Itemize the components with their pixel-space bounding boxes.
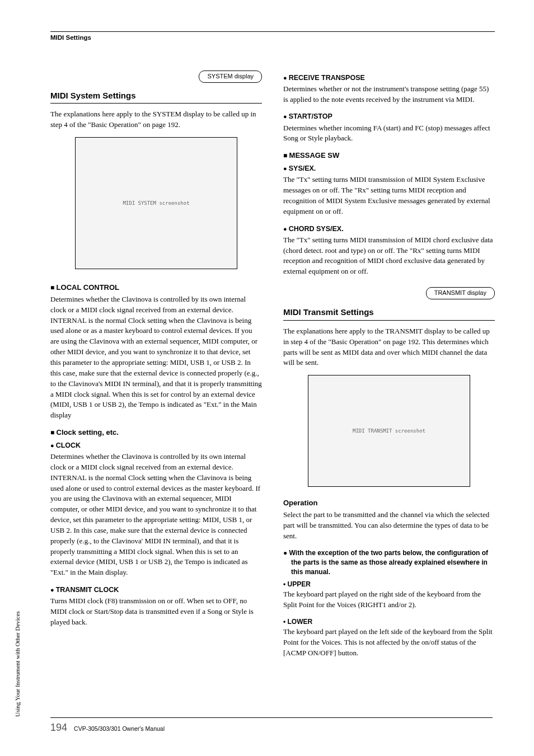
local-control-heading: LOCAL CONTROL xyxy=(50,283,262,293)
upper-body: The keyboard part played on the right si… xyxy=(283,589,495,611)
clock-setting-heading: Clock setting, etc. xyxy=(50,428,262,438)
chord-sysex-body: The "Tx" setting turns MIDI transmission… xyxy=(283,235,495,277)
start-stop-body: Determines whether incoming FA (start) a… xyxy=(283,123,495,144)
sysex-body: The "Tx" setting turns MIDI transmission… xyxy=(283,175,495,217)
sysex-heading: SYS/EX. xyxy=(283,163,495,173)
transmit-intro-text: The explanations here apply to the TRANS… xyxy=(283,326,495,368)
message-sw-heading: MESSAGE SW xyxy=(283,151,495,161)
transmit-clock-heading: TRANSMIT CLOCK xyxy=(50,585,262,595)
lower-heading: • LOWER xyxy=(283,617,495,627)
chord-sysex-heading: CHORD SYS/EX. xyxy=(283,224,495,234)
lower-body: The keyboard part played on the left sid… xyxy=(283,627,495,659)
operation-body: Select the part to be transmitted and th… xyxy=(283,510,495,542)
page-footer: 194 CVP-305/303/301 Owner's Manual xyxy=(50,717,493,735)
clock-heading: CLOCK xyxy=(50,440,262,450)
start-stop-heading: START/STOP xyxy=(283,111,495,121)
manual-title: CVP-305/303/301 Owner's Manual xyxy=(74,725,165,733)
right-column: RECEIVE TRANSPOSE Determines whether or … xyxy=(283,71,495,665)
upper-heading: • UPPER xyxy=(283,580,495,589)
midi-system-settings-heading: MIDI System Settings xyxy=(50,90,262,104)
transmit-clock-body: Turns MIDI clock (F8) transmission on or… xyxy=(50,596,262,628)
transmit-display-callout: TRANSMIT display xyxy=(426,287,495,299)
local-control-body: Determines whether the Clavinova is cont… xyxy=(50,294,262,421)
system-intro-text: The explanations here apply to the SYSTE… xyxy=(50,109,262,130)
header-rule xyxy=(50,31,495,32)
receive-transpose-heading: RECEIVE TRANSPOSE xyxy=(283,73,495,83)
left-column: SYSTEM display MIDI System Settings The … xyxy=(50,71,262,665)
midi-transmit-settings-heading: MIDI Transmit Settings xyxy=(283,306,495,321)
sidebar-section-label: Using Your Instrument with Other Devices xyxy=(13,611,22,717)
operation-heading: Operation xyxy=(283,498,495,509)
system-display-callout: SYSTEM display xyxy=(199,71,262,83)
midi-transmit-screenshot: MIDI TRANSMIT screenshot xyxy=(308,375,470,487)
exception-note: With the exception of the two parts belo… xyxy=(283,548,495,577)
midi-system-screenshot: MIDI SYSTEM screenshot xyxy=(75,137,237,269)
receive-transpose-body: Determines whether or not the instrument… xyxy=(283,84,495,105)
page-header: MIDI Settings xyxy=(50,33,495,43)
clock-body: Determines whether the Clavinova is cont… xyxy=(50,452,262,578)
page-number: 194 xyxy=(50,720,67,735)
